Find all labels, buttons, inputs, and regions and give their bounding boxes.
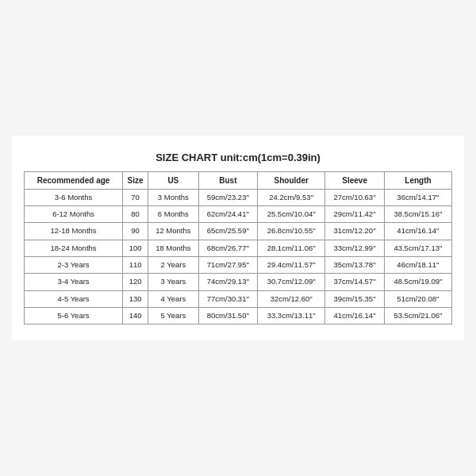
table-cell: 3 Years: [148, 274, 198, 290]
table-cell: 28.1cm/11.06'': [258, 240, 325, 256]
table-cell: 18 Months: [148, 240, 198, 256]
table-row: 18-24 Months10018 Months68cm/26.77''28.1…: [25, 240, 452, 256]
table-cell: 53.5cm/21.06'': [385, 308, 452, 324]
table-cell: 48.5cm/19.09'': [385, 274, 452, 290]
table-cell: 46cm/18.11'': [385, 257, 452, 274]
table-cell: 38.5cm/15.16'': [385, 205, 452, 222]
table-cell: 68cm/26.77'': [198, 240, 258, 256]
table-cell: 77cm/30.31'': [198, 290, 258, 307]
column-header: US: [148, 171, 198, 189]
table-row: 12-18 Months9012 Months65cm/25.59''26.8c…: [25, 223, 452, 240]
column-header: Bust: [198, 171, 258, 189]
table-cell: 80: [123, 205, 148, 222]
size-chart-container: SIZE CHART unit:cm(1cm=0.39in) Recommend…: [12, 136, 464, 341]
table-cell: 24.2cm/9.53'': [258, 189, 325, 205]
table-cell: 3 Months: [148, 189, 198, 205]
column-header: Size: [123, 171, 148, 189]
table-row: 4-5 Years1304 Years77cm/30.31''32cm/12.6…: [25, 290, 452, 307]
table-header-row: Recommended ageSizeUSBustShoulderSleeveL…: [25, 171, 452, 189]
table-cell: 30.7cm/12.09'': [258, 274, 325, 290]
table-cell: 140: [123, 308, 148, 324]
table-cell: 80cm/31.50'': [198, 308, 258, 324]
table-cell: 2 Years: [148, 257, 198, 274]
table-cell: 39cm/15.35'': [325, 290, 385, 307]
table-cell: 6 Months: [148, 205, 198, 222]
table-cell: 12-18 Months: [25, 223, 123, 240]
table-cell: 27cm/10.63'': [325, 189, 385, 205]
table-body: 3-6 Months703 Months59cm/23.23''24.2cm/9…: [25, 189, 452, 324]
table-cell: 71cm/27.95'': [198, 257, 258, 274]
table-cell: 3-4 Years: [25, 274, 123, 290]
table-cell: 2-3 Years: [25, 257, 123, 274]
table-cell: 65cm/25.59'': [198, 223, 258, 240]
table-cell: 51cm/20.08'': [385, 290, 452, 307]
table-cell: 31cm/12.20'': [325, 223, 385, 240]
column-header: Recommended age: [25, 171, 123, 189]
table-cell: 59cm/23.23'': [198, 189, 258, 205]
table-cell: 4 Years: [148, 290, 198, 307]
table-row: 2-3 Years1102 Years71cm/27.95''29.4cm/11…: [25, 257, 452, 274]
table-cell: 5-6 Years: [25, 308, 123, 324]
table-cell: 43.5cm/17.13'': [385, 240, 452, 256]
size-table: Recommended ageSizeUSBustShoulderSleeveL…: [24, 171, 452, 325]
table-cell: 90: [123, 223, 148, 240]
table-cell: 110: [123, 257, 148, 274]
table-cell: 26.8cm/10.55'': [258, 223, 325, 240]
table-row: 6-12 Months806 Months62cm/24.41''25.5cm/…: [25, 205, 452, 222]
table-cell: 37cm/14.57'': [325, 274, 385, 290]
table-cell: 70: [123, 189, 148, 205]
table-cell: 130: [123, 290, 148, 307]
table-cell: 4-5 Years: [25, 290, 123, 307]
table-cell: 41cm/16.14'': [385, 223, 452, 240]
column-header: Shoulder: [258, 171, 325, 189]
table-cell: 74cm/29.13'': [198, 274, 258, 290]
table-cell: 32cm/12.60'': [258, 290, 325, 307]
table-cell: 25.5cm/10.04'': [258, 205, 325, 222]
table-cell: 5 Years: [148, 308, 198, 324]
table-cell: 35cm/13.78'': [325, 257, 385, 274]
table-row: 3-4 Years1203 Years74cm/29.13''30.7cm/12…: [25, 274, 452, 290]
table-cell: 12 Months: [148, 223, 198, 240]
table-cell: 29.4cm/11.57'': [258, 257, 325, 274]
table-row: 3-6 Months703 Months59cm/23.23''24.2cm/9…: [25, 189, 452, 205]
table-cell: 33.3cm/13.11'': [258, 308, 325, 324]
chart-title: SIZE CHART unit:cm(1cm=0.39in): [24, 152, 452, 163]
table-cell: 18-24 Months: [25, 240, 123, 256]
table-row: 5-6 Years1405 Years80cm/31.50''33.3cm/13…: [25, 308, 452, 324]
table-cell: 33cm/12.99'': [325, 240, 385, 256]
table-cell: 62cm/24.41'': [198, 205, 258, 222]
table-cell: 100: [123, 240, 148, 256]
table-cell: 6-12 Months: [25, 205, 123, 222]
table-cell: 29cm/11.42'': [325, 205, 385, 222]
table-cell: 120: [123, 274, 148, 290]
table-cell: 36cm/14.17'': [385, 189, 452, 205]
column-header: Length: [385, 171, 452, 189]
column-header: Sleeve: [325, 171, 385, 189]
table-cell: 41cm/16.14'': [325, 308, 385, 324]
table-cell: 3-6 Months: [25, 189, 123, 205]
